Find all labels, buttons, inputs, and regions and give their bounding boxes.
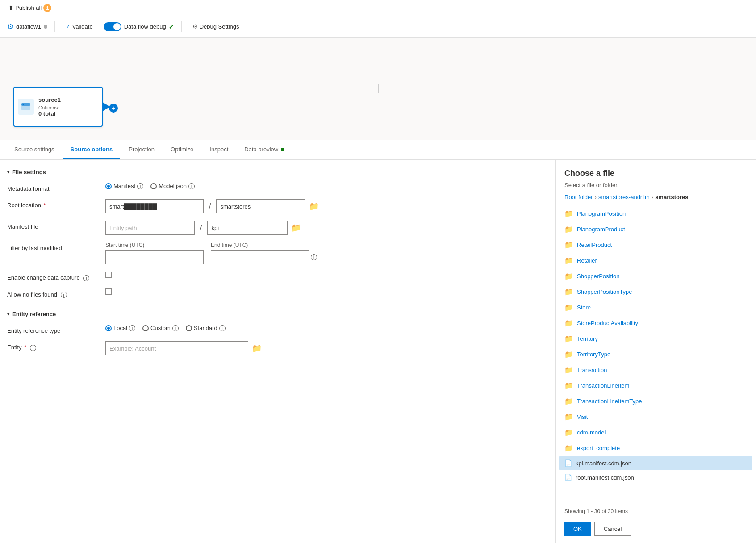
file-item[interactable]: 📁TransactionLineItemType [559,393,752,409]
root-location-input-2[interactable] [216,199,305,213]
file-settings-section-header[interactable]: ▾ File settings [7,169,548,175]
file-item[interactable]: 📁StoreProductAvailability [559,315,752,331]
modeljson-info-icon[interactable]: i [188,183,195,189]
file-item[interactable]: 📁PlanogramProduct [559,221,752,237]
file-name: TransactionLineItemType [577,398,642,405]
cancel-button[interactable]: Cancel [594,522,631,536]
kpi-input[interactable] [207,221,288,235]
allow-no-files-content [105,288,548,295]
file-item[interactable]: 📄kpi.manifest.cdm.json [559,456,752,470]
manifest-info-icon[interactable]: i [137,183,143,189]
entity-browse-icon[interactable]: 📁 [252,343,262,353]
validate-button[interactable]: ✓ Validate [62,21,96,32]
debug-toggle-area: Data flow debug ✔ [104,22,174,31]
entity-input[interactable] [105,341,248,355]
root-location-label: Root location * [7,199,105,209]
entity-info-icon[interactable]: i [30,345,36,351]
entity-reference-section-header[interactable]: ▾ Entity reference [7,311,548,317]
allow-no-files-row: Allow no files found i [7,288,548,298]
modeljson-radio[interactable]: Model.json i [150,183,195,189]
standard-radio[interactable]: Standard i [186,325,226,331]
modeljson-label: Model.json [159,183,187,189]
dataflow-icon: ⚙ [7,22,13,31]
filter-modified-row: Filter by last modified Start time (UTC)… [7,242,548,264]
local-radio-circle [105,325,112,331]
publish-badge: 1 [43,4,51,12]
folder-icon: 📁 [564,413,573,421]
root-location-browse-icon[interactable]: 📁 [309,201,319,211]
start-time-label: Start time (UTC) [105,242,204,248]
local-info-icon[interactable]: i [129,325,135,331]
manifest-browse-icon[interactable]: 📁 [291,223,301,233]
tab-projection[interactable]: Projection [121,141,162,159]
source-cols-label: Columns: [38,105,98,110]
file-name: TransactionLineItem [577,382,629,389]
file-item[interactable]: 📁TransactionLineItem [559,378,752,393]
file-item[interactable]: 📁Visit [559,409,752,425]
required-marker: * [44,202,46,209]
file-item[interactable]: 📁cdm-model [559,425,752,440]
file-item[interactable]: 📁PlanogramPosition [559,206,752,221]
tab-optimize[interactable]: Optimize [163,141,200,159]
data-preview-indicator [281,148,284,151]
file-item[interactable]: 📁TerritoryType [559,347,752,362]
publish-all-button[interactable]: ⬆ Publish all 1 [4,2,56,14]
publish-all-label: Publish all [15,4,42,11]
debug-settings-label: Debug Settings [200,23,239,30]
file-item[interactable]: 📁Transaction [559,362,752,378]
start-time-input[interactable] [105,250,204,264]
entity-ref-type-content: Local i Custom i Standard i [105,325,548,331]
entity-label: Entity * i [7,341,105,351]
file-item[interactable]: 📁Store [559,300,752,315]
folder-icon: 📁 [564,225,573,234]
entity-required-marker: * [24,344,26,351]
breadcrumb-smartstores-andriim[interactable]: smartstores-andriim [598,194,650,200]
enable-cdc-label: Enable change data capture i [7,272,105,281]
file-item[interactable]: 📁RetailProduct [559,237,752,253]
file-item[interactable]: 📁ShopperPosition [559,268,752,284]
file-name: PlanogramPosition [577,210,626,217]
add-node-button[interactable]: + [109,104,118,113]
root-location-input-1[interactable] [105,199,204,213]
file-item[interactable]: 📁Retailer [559,253,752,268]
local-radio[interactable]: Local i [105,325,135,331]
breadcrumb-root[interactable]: Root folder [564,194,593,200]
end-time-input[interactable] [211,250,309,264]
debug-settings-button[interactable]: ⚙ Debug Settings [189,21,243,32]
enable-cdc-info-icon[interactable]: i [83,275,89,281]
entity-path-input[interactable] [105,221,195,235]
file-item[interactable]: 📁export_complete [559,440,752,456]
custom-radio[interactable]: Custom i [142,325,179,331]
allow-no-files-checkbox[interactable] [105,288,112,295]
tab-source-settings[interactable]: Source settings [7,141,62,159]
tab-data-preview[interactable]: Data preview [237,141,292,159]
entity-ref-type-radio-group: Local i Custom i Standard i [105,325,226,331]
file-name: export_complete [577,445,620,451]
main-content: ▾ File settings Metadata format Manifest… [0,160,756,543]
standard-info-icon[interactable]: i [219,325,226,331]
file-item[interactable]: 📁ShopperPositionType [559,284,752,300]
allow-no-files-info-icon[interactable]: i [61,292,67,298]
source-node[interactable]: source1 Columns: 0 total [13,87,103,127]
folder-icon: 📁 [564,366,573,374]
ok-button[interactable]: OK [564,522,591,536]
debug-toggle[interactable] [104,22,121,31]
allow-no-files-checkbox-box [105,288,112,295]
folder-icon: 📁 [564,272,573,280]
end-time-info-icon[interactable]: i [311,254,317,260]
tab-inspect[interactable]: Inspect [202,141,235,159]
toolbar-divider-2 [181,21,182,32]
manifest-radio[interactable]: Manifest i [105,183,143,189]
root-location-content: / 📁 [105,199,548,213]
file-settings-label: File settings [12,169,46,175]
file-item[interactable]: 📁Territory [559,331,752,347]
source-cols-value: 0 total [38,110,98,117]
source-node-name: source1 [38,96,98,103]
settings-icon: ⚙ [192,23,198,30]
enable-cdc-checkbox[interactable] [105,272,112,278]
tab-source-options[interactable]: Source options [63,141,120,159]
settings-panel: ▾ File settings Metadata format Manifest… [0,160,555,543]
filter-modified-label: Filter by last modified [7,242,105,251]
custom-info-icon[interactable]: i [172,325,179,331]
file-item[interactable]: 📄root.manifest.cdm.json [559,470,752,485]
